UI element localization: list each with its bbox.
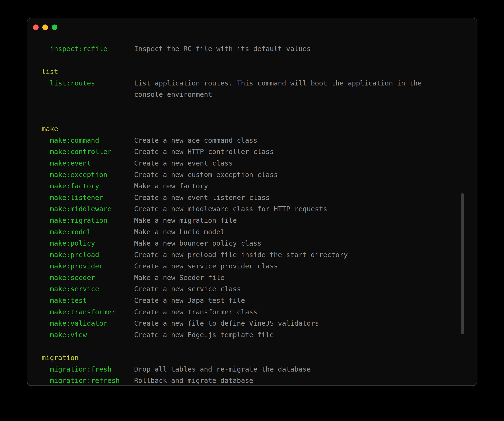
command-description: Create a new Edge.js template file <box>134 329 440 341</box>
command-name: migration:fresh <box>50 364 134 375</box>
command-row: migration:refreshRollback and migrate da… <box>27 375 468 386</box>
command-name: make:listener <box>50 192 134 203</box>
command-description: Create a new custom exception class <box>134 169 440 181</box>
command-name: make:model <box>50 226 134 238</box>
command-description: Create a new middleware class for HTTP r… <box>134 203 440 215</box>
blank-line <box>27 55 468 66</box>
command-row: make:validatorCreate a new file to defin… <box>27 318 468 329</box>
zoom-button[interactable] <box>52 24 57 30</box>
command-name: make:policy <box>50 238 134 249</box>
command-name: make:factory <box>50 180 134 192</box>
command-name: list:routes <box>50 78 134 89</box>
command-row: migration:freshDrop all tables and re-mi… <box>27 364 468 375</box>
command-row: make:middlewareCreate a new middleware c… <box>27 203 468 215</box>
blank-line <box>27 100 468 112</box>
command-name: make:event <box>50 158 134 169</box>
command-name: migration:refresh <box>50 375 134 386</box>
command-description: Create a new HTTP controller class <box>134 146 440 158</box>
command-name: make:seeder <box>50 272 134 283</box>
command-row: make:viewCreate a new Edge.js template f… <box>27 329 468 341</box>
command-row: make:eventCreate a new event class <box>27 158 468 169</box>
command-description: Create a new event listener class <box>134 192 440 203</box>
minimize-button[interactable] <box>42 24 48 30</box>
blank-line <box>27 341 468 352</box>
blank-line <box>27 112 468 123</box>
section-heading: migration <box>27 352 468 364</box>
command-description: Make a new factory <box>134 180 440 192</box>
command-description: Create a new Japa test file <box>134 295 440 306</box>
command-description: Create a new transformer class <box>134 306 440 318</box>
command-row: make:controllerCreate a new HTTP control… <box>27 146 468 158</box>
command-row: make:seederMake a new Seeder file <box>27 272 468 283</box>
command-description: Make a new Lucid model <box>134 226 440 238</box>
command-row: list:routesList application routes. This… <box>27 78 468 100</box>
command-name: make:view <box>50 329 134 341</box>
command-description: Make a new Seeder file <box>134 272 440 283</box>
command-name: make:test <box>50 295 134 306</box>
scrollbar-thumb[interactable] <box>461 193 464 334</box>
command-description: Create a new service class <box>134 283 440 295</box>
command-description: Create a new event class <box>134 158 440 169</box>
command-row: make:testCreate a new Japa test file <box>27 295 468 306</box>
close-button[interactable] <box>33 24 39 30</box>
command-name: make:transformer <box>50 306 134 318</box>
window-titlebar[interactable] <box>27 18 477 36</box>
command-list: inspect:rcfileInspect the RC file with i… <box>27 43 468 386</box>
command-description: Create a new file to define VineJS valid… <box>134 318 440 329</box>
command-description: Make a new bouncer policy class <box>134 238 440 249</box>
command-description: List application routes. This command wi… <box>134 78 440 100</box>
command-name: make:migration <box>50 215 134 226</box>
command-name: make:service <box>50 283 134 295</box>
command-name: make:middleware <box>50 203 134 215</box>
command-description: Create a new ace command class <box>134 135 440 146</box>
command-name: inspect:rcfile <box>50 43 134 55</box>
command-row: make:migrationMake a new migration file <box>27 215 468 226</box>
command-description: Drop all tables and re-migrate the datab… <box>134 364 440 375</box>
command-name: make:preload <box>50 249 134 261</box>
command-row: make:serviceCreate a new service class <box>27 283 468 295</box>
command-row: make:modelMake a new Lucid model <box>27 226 468 238</box>
command-name: make:exception <box>50 169 134 181</box>
command-row: make:transformerCreate a new transformer… <box>27 306 468 318</box>
command-name: make:provider <box>50 260 134 272</box>
command-row: make:commandCreate a new ace command cla… <box>27 135 468 146</box>
command-description: Make a new migration file <box>134 215 440 226</box>
command-description: Create a new preload file inside the sta… <box>134 249 440 261</box>
command-row: make:preloadCreate a new preload file in… <box>27 249 468 261</box>
terminal-window: inspect:rcfileInspect the RC file with i… <box>27 18 477 386</box>
section-heading: make <box>27 123 468 135</box>
section-heading: list <box>27 66 468 78</box>
command-description: Create a new service provider class <box>134 260 440 272</box>
command-row: make:providerCreate a new service provid… <box>27 260 468 272</box>
command-name: make:validator <box>50 318 134 329</box>
command-description: Inspect the RC file with its default val… <box>134 43 440 55</box>
command-row: make:policyMake a new bouncer policy cla… <box>27 238 468 249</box>
command-row: inspect:rcfileInspect the RC file with i… <box>27 43 468 55</box>
command-name: make:command <box>50 135 134 146</box>
command-row: make:listenerCreate a new event listener… <box>27 192 468 203</box>
command-name: make:controller <box>50 146 134 158</box>
command-row: make:factoryMake a new factory <box>27 180 468 192</box>
command-row: make:exceptionCreate a new custom except… <box>27 169 468 181</box>
command-description: Rollback and migrate database <box>134 375 440 386</box>
traffic-lights <box>33 24 57 30</box>
